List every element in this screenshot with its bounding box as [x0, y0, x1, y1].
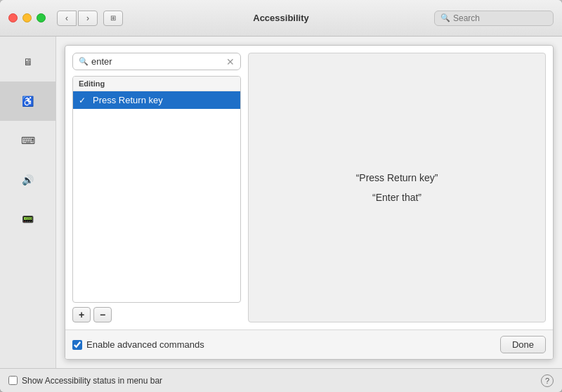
list-content: Editing ✓ Press Return key [72, 76, 241, 303]
forward-button[interactable]: › [78, 11, 98, 26]
nav-buttons: ‹ › [57, 11, 98, 26]
sidebar-item-2[interactable]: ♿ [0, 81, 55, 121]
list-bottom: + − [72, 303, 241, 322]
titlebar-search-input[interactable] [453, 13, 547, 23]
list-item-press-return[interactable]: ✓ Press Return key [73, 91, 240, 109]
list-group-header: Editing [73, 77, 240, 91]
dialog: 🔍 ✕ Editing ✓ Press Return key [65, 45, 554, 360]
checkmark-icon: ✓ [79, 96, 90, 105]
minimize-button[interactable] [22, 13, 32, 22]
footer: Show Accessibility status in menu bar ? [0, 368, 562, 392]
main-window: ‹ › ⊞ Accessibility 🔍 🖥 ♿ ⌨ [0, 0, 562, 392]
main-content: 🖥 ♿ ⌨ 🔊 📟 [0, 37, 562, 368]
sidebar-item-1[interactable]: 🖥 [0, 42, 55, 81]
sidebar-icon-2: ♿ [20, 93, 37, 110]
close-button[interactable] [8, 13, 18, 22]
maximize-button[interactable] [37, 13, 46, 22]
dialog-top: 🔍 ✕ Editing ✓ Press Return key [65, 46, 553, 329]
footer-checkbox-label[interactable]: Show Accessibility status in menu bar [8, 376, 162, 386]
sidebar: 🖥 ♿ ⌨ 🔊 📟 [0, 37, 56, 368]
footer-checkbox-text: Show Accessibility status in menu bar [22, 376, 162, 386]
grid-button[interactable]: ⊞ [103, 11, 123, 26]
help-icon: ? [545, 377, 549, 385]
list-item-label: Press Return key [93, 95, 163, 105]
clear-button[interactable]: ✕ [226, 57, 235, 67]
window-controls [8, 13, 46, 22]
back-button[interactable]: ‹ [57, 11, 77, 26]
enable-advanced-label[interactable]: Enable advanced commands [72, 339, 204, 350]
preview-line1: “Press Return key” [356, 170, 438, 185]
sidebar-icon-4: 🔊 [20, 171, 37, 188]
footer-checkbox-input[interactable] [8, 376, 18, 385]
preview-panel: “Press Return key” “Enter that” [248, 53, 546, 322]
sidebar-icon-1: 🖥 [20, 53, 37, 70]
sidebar-item-5[interactable]: 📟 [0, 200, 55, 239]
forward-icon: › [86, 13, 89, 23]
sidebar-item-4[interactable]: 🔊 [0, 160, 55, 200]
add-button[interactable]: + [72, 307, 91, 322]
window-title: Accessibility [253, 13, 309, 23]
done-button[interactable]: Done [500, 336, 546, 353]
back-icon: ‹ [65, 13, 68, 23]
enable-advanced-checkbox[interactable] [72, 340, 82, 350]
sidebar-icon-5: 📟 [20, 211, 37, 228]
list-panel: 🔍 ✕ Editing ✓ Press Return key [72, 53, 241, 322]
title-bar: ‹ › ⊞ Accessibility 🔍 [0, 0, 562, 37]
remove-button[interactable]: − [93, 307, 112, 322]
search-container: 🔍 ✕ [72, 53, 241, 70]
sidebar-item-3[interactable]: ⌨ [0, 121, 55, 160]
panel: 🔍 ✕ Editing ✓ Press Return key [56, 37, 562, 368]
titlebar-search[interactable]: 🔍 [434, 11, 554, 26]
enable-advanced-text: Enable advanced commands [86, 339, 204, 350]
dialog-bottom: Enable advanced commands Done [65, 329, 553, 359]
sidebar-icon-3: ⌨ [20, 132, 37, 149]
search-input[interactable] [91, 56, 226, 67]
titlebar-search-icon: 🔍 [440, 13, 450, 22]
grid-icon: ⊞ [110, 14, 116, 22]
help-button[interactable]: ? [541, 374, 554, 387]
preview-line2: “Enter that” [372, 190, 422, 205]
search-icon: 🔍 [79, 57, 89, 66]
